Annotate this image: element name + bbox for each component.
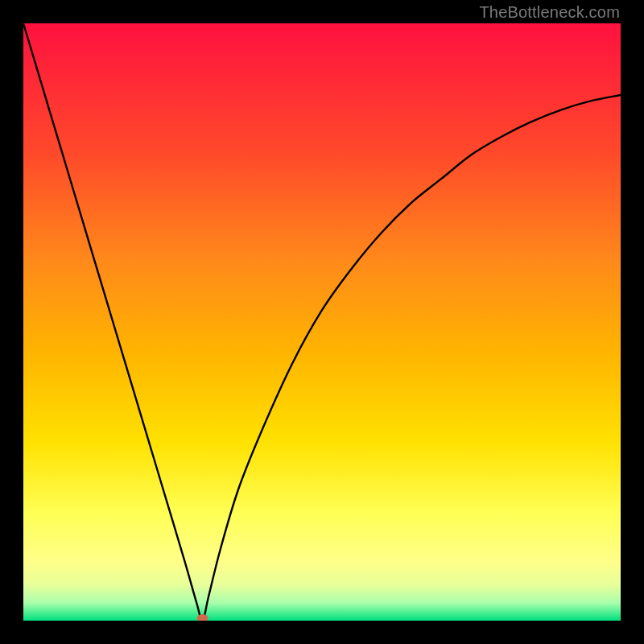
curve-layer [23, 23, 621, 621]
chart-container: TheBottleneck.com [0, 0, 644, 644]
bottleneck-curve [23, 23, 621, 621]
minimum-marker-icon [197, 614, 208, 622]
watermark-text: TheBottleneck.com [479, 3, 620, 22]
plot-area [23, 23, 621, 621]
